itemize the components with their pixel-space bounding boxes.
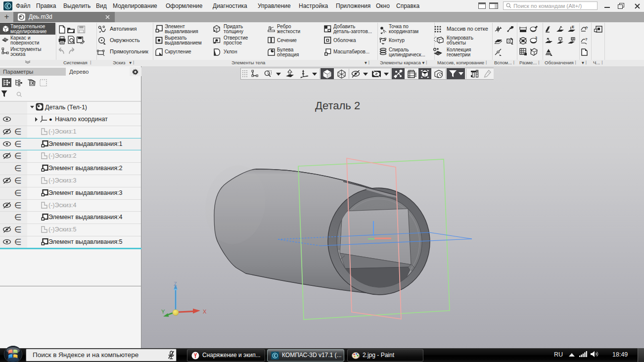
svg-text:Z: Z (174, 281, 177, 287)
svg-text:Y: Y (161, 309, 165, 315)
svg-text:3: 3 (535, 36, 537, 40)
svg-text:X: X (203, 309, 207, 315)
svg-text:?: ? (586, 26, 588, 30)
svg-text:E: E (572, 25, 574, 29)
svg-text:?: ? (585, 37, 588, 42)
